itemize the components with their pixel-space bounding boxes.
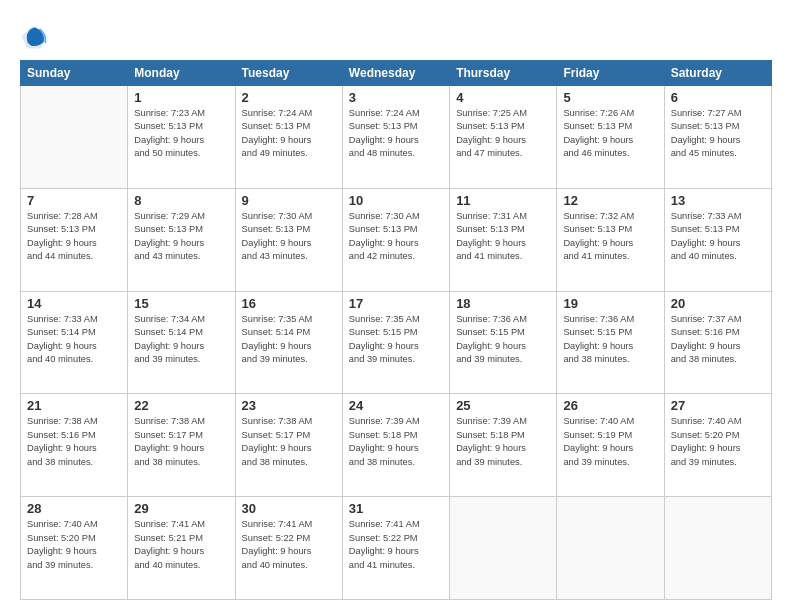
week-row-5: 28Sunrise: 7:40 AM Sunset: 5:20 PM Dayli… — [21, 497, 772, 600]
day-cell: 6Sunrise: 7:27 AM Sunset: 5:13 PM Daylig… — [664, 86, 771, 189]
day-number: 25 — [456, 398, 550, 413]
day-number: 6 — [671, 90, 765, 105]
day-info: Sunrise: 7:30 AM Sunset: 5:13 PM Dayligh… — [349, 210, 443, 264]
day-cell: 22Sunrise: 7:38 AM Sunset: 5:17 PM Dayli… — [128, 394, 235, 497]
day-cell: 26Sunrise: 7:40 AM Sunset: 5:19 PM Dayli… — [557, 394, 664, 497]
day-number: 28 — [27, 501, 121, 516]
day-cell — [664, 497, 771, 600]
day-info: Sunrise: 7:41 AM Sunset: 5:21 PM Dayligh… — [134, 518, 228, 572]
day-number: 23 — [242, 398, 336, 413]
day-number: 11 — [456, 193, 550, 208]
day-number: 19 — [563, 296, 657, 311]
day-number: 17 — [349, 296, 443, 311]
calendar-header: SundayMondayTuesdayWednesdayThursdayFrid… — [21, 61, 772, 86]
day-number: 3 — [349, 90, 443, 105]
day-number: 24 — [349, 398, 443, 413]
day-cell: 29Sunrise: 7:41 AM Sunset: 5:21 PM Dayli… — [128, 497, 235, 600]
day-cell: 18Sunrise: 7:36 AM Sunset: 5:15 PM Dayli… — [450, 291, 557, 394]
day-cell: 31Sunrise: 7:41 AM Sunset: 5:22 PM Dayli… — [342, 497, 449, 600]
day-cell: 13Sunrise: 7:33 AM Sunset: 5:13 PM Dayli… — [664, 188, 771, 291]
day-info: Sunrise: 7:24 AM Sunset: 5:13 PM Dayligh… — [242, 107, 336, 161]
day-cell: 10Sunrise: 7:30 AM Sunset: 5:13 PM Dayli… — [342, 188, 449, 291]
day-cell: 4Sunrise: 7:25 AM Sunset: 5:13 PM Daylig… — [450, 86, 557, 189]
day-info: Sunrise: 7:28 AM Sunset: 5:13 PM Dayligh… — [27, 210, 121, 264]
page: SundayMondayTuesdayWednesdayThursdayFrid… — [0, 0, 792, 612]
day-number: 21 — [27, 398, 121, 413]
week-row-2: 7Sunrise: 7:28 AM Sunset: 5:13 PM Daylig… — [21, 188, 772, 291]
day-cell: 5Sunrise: 7:26 AM Sunset: 5:13 PM Daylig… — [557, 86, 664, 189]
day-info: Sunrise: 7:27 AM Sunset: 5:13 PM Dayligh… — [671, 107, 765, 161]
day-cell: 19Sunrise: 7:36 AM Sunset: 5:15 PM Dayli… — [557, 291, 664, 394]
day-info: Sunrise: 7:41 AM Sunset: 5:22 PM Dayligh… — [349, 518, 443, 572]
day-number: 7 — [27, 193, 121, 208]
day-number: 9 — [242, 193, 336, 208]
weekday-header-saturday: Saturday — [664, 61, 771, 86]
day-cell: 27Sunrise: 7:40 AM Sunset: 5:20 PM Dayli… — [664, 394, 771, 497]
day-number: 27 — [671, 398, 765, 413]
day-cell: 7Sunrise: 7:28 AM Sunset: 5:13 PM Daylig… — [21, 188, 128, 291]
day-info: Sunrise: 7:36 AM Sunset: 5:15 PM Dayligh… — [563, 313, 657, 367]
day-number: 2 — [242, 90, 336, 105]
day-number: 26 — [563, 398, 657, 413]
day-info: Sunrise: 7:40 AM Sunset: 5:19 PM Dayligh… — [563, 415, 657, 469]
week-row-1: 1Sunrise: 7:23 AM Sunset: 5:13 PM Daylig… — [21, 86, 772, 189]
day-number: 13 — [671, 193, 765, 208]
day-number: 15 — [134, 296, 228, 311]
day-number: 10 — [349, 193, 443, 208]
day-cell: 21Sunrise: 7:38 AM Sunset: 5:16 PM Dayli… — [21, 394, 128, 497]
day-number: 1 — [134, 90, 228, 105]
day-cell: 28Sunrise: 7:40 AM Sunset: 5:20 PM Dayli… — [21, 497, 128, 600]
day-info: Sunrise: 7:33 AM Sunset: 5:14 PM Dayligh… — [27, 313, 121, 367]
day-number: 18 — [456, 296, 550, 311]
day-info: Sunrise: 7:36 AM Sunset: 5:15 PM Dayligh… — [456, 313, 550, 367]
day-cell: 1Sunrise: 7:23 AM Sunset: 5:13 PM Daylig… — [128, 86, 235, 189]
day-info: Sunrise: 7:37 AM Sunset: 5:16 PM Dayligh… — [671, 313, 765, 367]
day-cell: 3Sunrise: 7:24 AM Sunset: 5:13 PM Daylig… — [342, 86, 449, 189]
day-info: Sunrise: 7:29 AM Sunset: 5:13 PM Dayligh… — [134, 210, 228, 264]
day-number: 8 — [134, 193, 228, 208]
day-cell: 11Sunrise: 7:31 AM Sunset: 5:13 PM Dayli… — [450, 188, 557, 291]
day-info: Sunrise: 7:25 AM Sunset: 5:13 PM Dayligh… — [456, 107, 550, 161]
header — [20, 18, 772, 50]
weekday-header-row: SundayMondayTuesdayWednesdayThursdayFrid… — [21, 61, 772, 86]
day-number: 16 — [242, 296, 336, 311]
day-number: 29 — [134, 501, 228, 516]
day-info: Sunrise: 7:26 AM Sunset: 5:13 PM Dayligh… — [563, 107, 657, 161]
day-info: Sunrise: 7:35 AM Sunset: 5:14 PM Dayligh… — [242, 313, 336, 367]
day-cell: 23Sunrise: 7:38 AM Sunset: 5:17 PM Dayli… — [235, 394, 342, 497]
weekday-header-wednesday: Wednesday — [342, 61, 449, 86]
day-cell: 17Sunrise: 7:35 AM Sunset: 5:15 PM Dayli… — [342, 291, 449, 394]
day-info: Sunrise: 7:32 AM Sunset: 5:13 PM Dayligh… — [563, 210, 657, 264]
weekday-header-friday: Friday — [557, 61, 664, 86]
day-info: Sunrise: 7:41 AM Sunset: 5:22 PM Dayligh… — [242, 518, 336, 572]
day-number: 12 — [563, 193, 657, 208]
week-row-4: 21Sunrise: 7:38 AM Sunset: 5:16 PM Dayli… — [21, 394, 772, 497]
day-info: Sunrise: 7:35 AM Sunset: 5:15 PM Dayligh… — [349, 313, 443, 367]
week-row-3: 14Sunrise: 7:33 AM Sunset: 5:14 PM Dayli… — [21, 291, 772, 394]
day-info: Sunrise: 7:24 AM Sunset: 5:13 PM Dayligh… — [349, 107, 443, 161]
day-cell: 8Sunrise: 7:29 AM Sunset: 5:13 PM Daylig… — [128, 188, 235, 291]
day-cell — [450, 497, 557, 600]
day-number: 20 — [671, 296, 765, 311]
day-number: 4 — [456, 90, 550, 105]
day-number: 30 — [242, 501, 336, 516]
weekday-header-sunday: Sunday — [21, 61, 128, 86]
day-info: Sunrise: 7:38 AM Sunset: 5:16 PM Dayligh… — [27, 415, 121, 469]
day-cell: 12Sunrise: 7:32 AM Sunset: 5:13 PM Dayli… — [557, 188, 664, 291]
logo-icon — [20, 22, 48, 50]
day-info: Sunrise: 7:34 AM Sunset: 5:14 PM Dayligh… — [134, 313, 228, 367]
day-number: 31 — [349, 501, 443, 516]
day-info: Sunrise: 7:30 AM Sunset: 5:13 PM Dayligh… — [242, 210, 336, 264]
day-info: Sunrise: 7:33 AM Sunset: 5:13 PM Dayligh… — [671, 210, 765, 264]
day-cell: 16Sunrise: 7:35 AM Sunset: 5:14 PM Dayli… — [235, 291, 342, 394]
day-cell — [21, 86, 128, 189]
day-cell: 15Sunrise: 7:34 AM Sunset: 5:14 PM Dayli… — [128, 291, 235, 394]
weekday-header-monday: Monday — [128, 61, 235, 86]
day-cell: 30Sunrise: 7:41 AM Sunset: 5:22 PM Dayli… — [235, 497, 342, 600]
calendar-table: SundayMondayTuesdayWednesdayThursdayFrid… — [20, 60, 772, 600]
day-number: 14 — [27, 296, 121, 311]
day-info: Sunrise: 7:38 AM Sunset: 5:17 PM Dayligh… — [134, 415, 228, 469]
logo — [20, 22, 52, 50]
weekday-header-tuesday: Tuesday — [235, 61, 342, 86]
day-info: Sunrise: 7:39 AM Sunset: 5:18 PM Dayligh… — [456, 415, 550, 469]
